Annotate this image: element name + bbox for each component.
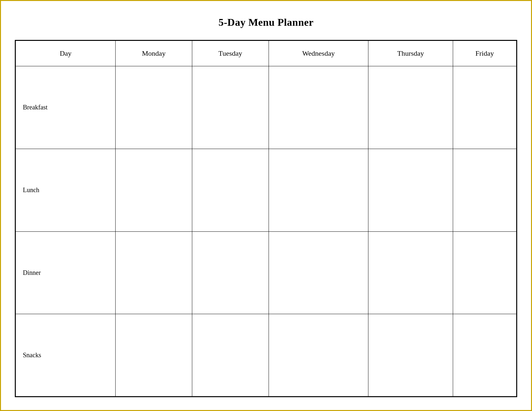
table-row: Breakfast (15, 66, 517, 149)
cell-row1-col5[interactable] (453, 149, 517, 231)
planner-table-wrapper: Day Monday Tuesday Wednesday Thursday Fr… (15, 40, 517, 397)
cell-row3-col5[interactable] (453, 314, 517, 397)
cell-row0-col5[interactable] (453, 66, 517, 149)
cell-row2-col5[interactable] (453, 231, 517, 314)
cell-row1-col2[interactable] (192, 149, 269, 231)
cell-row1-col1[interactable] (116, 149, 192, 231)
header-row: Day Monday Tuesday Wednesday Thursday Fr… (15, 41, 517, 66)
header-thursday: Thursday (368, 41, 453, 66)
page-title: 5-Day Menu Planner (218, 16, 313, 28)
cell-row1-col3[interactable] (269, 149, 368, 231)
header-wednesday: Wednesday (269, 41, 368, 66)
cell-row2-col2[interactable] (192, 231, 269, 314)
cell-row3-col3[interactable] (269, 314, 368, 397)
header-tuesday: Tuesday (192, 41, 269, 66)
table-row: Dinner (15, 231, 517, 314)
header-friday: Friday (453, 41, 517, 66)
header-monday: Monday (116, 41, 192, 66)
cell-row3-col4[interactable] (368, 314, 453, 397)
cell-row3-col2[interactable] (192, 314, 269, 397)
cell-row0-col4[interactable] (368, 66, 453, 149)
table-row: Snacks (15, 314, 517, 397)
header-day: Day (15, 41, 116, 66)
row-label-snacks: Snacks (15, 314, 116, 397)
cell-row0-col3[interactable] (269, 66, 368, 149)
cell-row3-col1[interactable] (116, 314, 192, 397)
cell-row0-col1[interactable] (116, 66, 192, 149)
row-label-dinner: Dinner (15, 231, 116, 314)
cell-row2-col3[interactable] (269, 231, 368, 314)
row-label-lunch: Lunch (15, 149, 116, 231)
cell-row2-col1[interactable] (116, 231, 192, 314)
cell-row2-col4[interactable] (368, 231, 453, 314)
table-row: Lunch (15, 149, 517, 231)
cell-row1-col4[interactable] (368, 149, 453, 231)
row-label-breakfast: Breakfast (15, 66, 116, 149)
planner-table: Day Monday Tuesday Wednesday Thursday Fr… (15, 40, 517, 397)
cell-row0-col2[interactable] (192, 66, 269, 149)
